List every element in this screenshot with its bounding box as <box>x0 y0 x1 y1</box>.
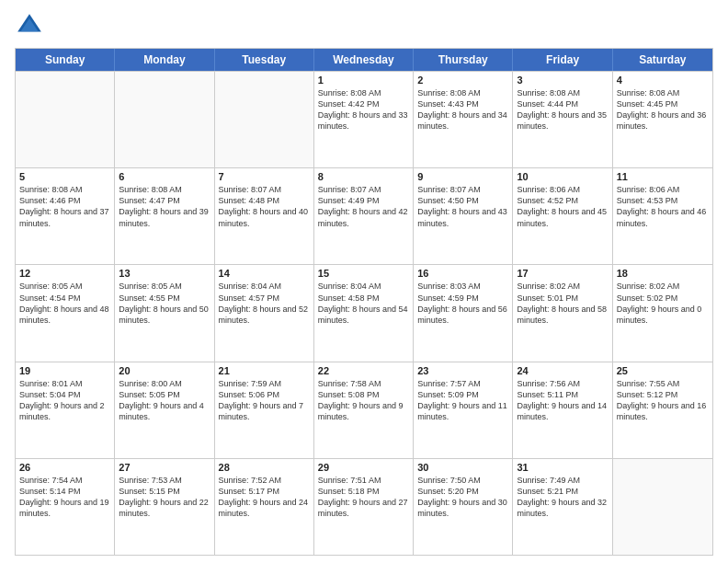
day-number: 5 <box>19 171 110 182</box>
day-info: Sunrise: 8:02 AMSunset: 5:02 PMDaylight:… <box>617 281 709 326</box>
day-info: Sunrise: 8:08 AMSunset: 4:42 PMDaylight:… <box>318 87 409 132</box>
day-info: Sunrise: 8:08 AMSunset: 4:43 PMDaylight:… <box>417 87 508 132</box>
day-info: Sunrise: 7:50 AMSunset: 5:20 PMDaylight:… <box>417 475 508 520</box>
day-number: 21 <box>219 365 310 376</box>
day-info: Sunrise: 7:52 AMSunset: 5:17 PMDaylight:… <box>219 475 310 520</box>
day-info: Sunrise: 8:04 AMSunset: 4:57 PMDaylight:… <box>219 281 310 326</box>
day-number: 13 <box>119 268 210 279</box>
day-number: 9 <box>417 171 508 182</box>
header <box>15 11 713 40</box>
calendar-row-3: 12Sunrise: 8:05 AMSunset: 4:54 PMDayligh… <box>16 264 712 361</box>
day-info: Sunrise: 7:49 AMSunset: 5:21 PMDaylight:… <box>517 475 608 520</box>
day-cell-30: 30Sunrise: 7:50 AMSunset: 5:20 PMDayligh… <box>414 459 513 555</box>
day-info: Sunrise: 8:03 AMSunset: 4:59 PMDaylight:… <box>417 281 508 326</box>
day-number: 26 <box>19 462 110 473</box>
day-header-friday: Friday <box>513 49 612 71</box>
day-info: Sunrise: 7:54 AMSunset: 5:14 PMDaylight:… <box>19 475 110 520</box>
day-cell-17: 17Sunrise: 8:02 AMSunset: 5:01 PMDayligh… <box>513 265 612 361</box>
day-cell-7: 7Sunrise: 8:07 AMSunset: 4:48 PMDaylight… <box>215 168 314 264</box>
day-cell-24: 24Sunrise: 7:56 AMSunset: 5:11 PMDayligh… <box>513 362 612 458</box>
day-cell-18: 18Sunrise: 8:02 AMSunset: 5:02 PMDayligh… <box>613 265 712 361</box>
day-number: 3 <box>517 75 608 86</box>
day-info: Sunrise: 8:08 AMSunset: 4:44 PMDaylight:… <box>517 87 608 132</box>
day-cell-8: 8Sunrise: 8:07 AMSunset: 4:49 PMDaylight… <box>314 168 414 264</box>
day-info: Sunrise: 8:05 AMSunset: 4:54 PMDaylight:… <box>19 281 110 326</box>
day-info: Sunrise: 7:51 AMSunset: 5:18 PMDaylight:… <box>318 475 409 520</box>
day-cell-31: 31Sunrise: 7:49 AMSunset: 5:21 PMDayligh… <box>513 459 612 555</box>
day-cell-9: 9Sunrise: 8:07 AMSunset: 4:50 PMDaylight… <box>414 168 513 264</box>
day-cell-26: 26Sunrise: 7:54 AMSunset: 5:14 PMDayligh… <box>16 459 115 555</box>
day-cell-15: 15Sunrise: 8:04 AMSunset: 4:58 PMDayligh… <box>314 265 414 361</box>
calendar: SundayMondayTuesdayWednesdayThursdayFrid… <box>15 48 713 556</box>
day-number: 28 <box>219 462 310 473</box>
calendar-row-5: 26Sunrise: 7:54 AMSunset: 5:14 PMDayligh… <box>16 458 712 555</box>
day-info: Sunrise: 8:06 AMSunset: 4:52 PMDaylight:… <box>517 184 608 229</box>
day-info: Sunrise: 7:57 AMSunset: 5:09 PMDaylight:… <box>417 378 508 423</box>
day-info: Sunrise: 8:08 AMSunset: 4:45 PMDaylight:… <box>617 87 709 132</box>
day-info: Sunrise: 8:08 AMSunset: 4:47 PMDaylight:… <box>119 184 210 229</box>
day-number: 10 <box>517 171 608 182</box>
page-container: SundayMondayTuesdayWednesdayThursdayFrid… <box>0 0 728 563</box>
day-number: 25 <box>617 365 709 376</box>
day-number: 20 <box>119 365 210 376</box>
day-cell-19: 19Sunrise: 8:01 AMSunset: 5:04 PMDayligh… <box>16 362 115 458</box>
day-info: Sunrise: 8:07 AMSunset: 4:49 PMDaylight:… <box>318 184 409 229</box>
day-cell-28: 28Sunrise: 7:52 AMSunset: 5:17 PMDayligh… <box>215 459 314 555</box>
day-cell-5: 5Sunrise: 8:08 AMSunset: 4:46 PMDaylight… <box>16 168 115 264</box>
day-info: Sunrise: 7:58 AMSunset: 5:08 PMDaylight:… <box>318 378 409 423</box>
day-cell-13: 13Sunrise: 8:05 AMSunset: 4:55 PMDayligh… <box>115 265 214 361</box>
day-number: 2 <box>417 75 508 86</box>
day-number: 24 <box>517 365 608 376</box>
day-cell-25: 25Sunrise: 7:55 AMSunset: 5:12 PMDayligh… <box>613 362 712 458</box>
calendar-row-2: 5Sunrise: 8:08 AMSunset: 4:46 PMDaylight… <box>16 167 712 264</box>
day-number: 7 <box>219 171 310 182</box>
calendar-row-1: 1Sunrise: 8:08 AMSunset: 4:42 PMDaylight… <box>16 71 712 167</box>
day-header-saturday: Saturday <box>613 49 712 71</box>
day-number: 1 <box>318 75 409 86</box>
day-cell-2: 2Sunrise: 8:08 AMSunset: 4:43 PMDaylight… <box>414 72 513 167</box>
day-info: Sunrise: 8:04 AMSunset: 4:58 PMDaylight:… <box>318 281 409 326</box>
day-number: 8 <box>318 171 409 182</box>
day-number: 11 <box>617 171 709 182</box>
day-cell-14: 14Sunrise: 8:04 AMSunset: 4:57 PMDayligh… <box>215 265 314 361</box>
day-number: 6 <box>119 171 210 182</box>
day-info: Sunrise: 8:02 AMSunset: 5:01 PMDaylight:… <box>517 281 608 326</box>
day-number: 12 <box>19 268 110 279</box>
day-cell-23: 23Sunrise: 7:57 AMSunset: 5:09 PMDayligh… <box>414 362 513 458</box>
day-info: Sunrise: 8:05 AMSunset: 4:55 PMDaylight:… <box>119 281 210 326</box>
logo-icon <box>15 11 44 40</box>
day-info: Sunrise: 7:55 AMSunset: 5:12 PMDaylight:… <box>617 378 709 423</box>
day-cell-6: 6Sunrise: 8:08 AMSunset: 4:47 PMDaylight… <box>115 168 214 264</box>
day-header-tuesday: Tuesday <box>215 49 314 71</box>
day-info: Sunrise: 8:01 AMSunset: 5:04 PMDaylight:… <box>19 378 110 423</box>
day-info: Sunrise: 7:59 AMSunset: 5:06 PMDaylight:… <box>219 378 310 423</box>
empty-cell <box>115 72 214 167</box>
empty-cell <box>215 72 314 167</box>
day-info: Sunrise: 8:07 AMSunset: 4:48 PMDaylight:… <box>219 184 310 229</box>
day-cell-29: 29Sunrise: 7:51 AMSunset: 5:18 PMDayligh… <box>314 459 414 555</box>
day-info: Sunrise: 8:08 AMSunset: 4:46 PMDaylight:… <box>19 184 110 229</box>
day-number: 27 <box>119 462 210 473</box>
day-info: Sunrise: 7:56 AMSunset: 5:11 PMDaylight:… <box>517 378 608 423</box>
day-number: 4 <box>617 75 709 86</box>
day-number: 17 <box>517 268 608 279</box>
logo <box>15 11 48 40</box>
calendar-body: 1Sunrise: 8:08 AMSunset: 4:42 PMDaylight… <box>16 71 712 555</box>
day-number: 16 <box>417 268 508 279</box>
day-info: Sunrise: 7:53 AMSunset: 5:15 PMDaylight:… <box>119 475 210 520</box>
calendar-row-4: 19Sunrise: 8:01 AMSunset: 5:04 PMDayligh… <box>16 362 712 458</box>
day-number: 18 <box>617 268 709 279</box>
day-info: Sunrise: 8:06 AMSunset: 4:53 PMDaylight:… <box>617 184 709 229</box>
day-info: Sunrise: 8:00 AMSunset: 5:05 PMDaylight:… <box>119 378 210 423</box>
day-cell-3: 3Sunrise: 8:08 AMSunset: 4:44 PMDaylight… <box>513 72 612 167</box>
day-header-sunday: Sunday <box>16 49 115 71</box>
day-cell-21: 21Sunrise: 7:59 AMSunset: 5:06 PMDayligh… <box>215 362 314 458</box>
day-cell-4: 4Sunrise: 8:08 AMSunset: 4:45 PMDaylight… <box>613 72 712 167</box>
day-cell-11: 11Sunrise: 8:06 AMSunset: 4:53 PMDayligh… <box>613 168 712 264</box>
day-number: 29 <box>318 462 409 473</box>
day-number: 22 <box>318 365 409 376</box>
day-number: 31 <box>517 462 608 473</box>
day-cell-20: 20Sunrise: 8:00 AMSunset: 5:05 PMDayligh… <box>115 362 214 458</box>
day-number: 19 <box>19 365 110 376</box>
day-cell-27: 27Sunrise: 7:53 AMSunset: 5:15 PMDayligh… <box>115 459 214 555</box>
